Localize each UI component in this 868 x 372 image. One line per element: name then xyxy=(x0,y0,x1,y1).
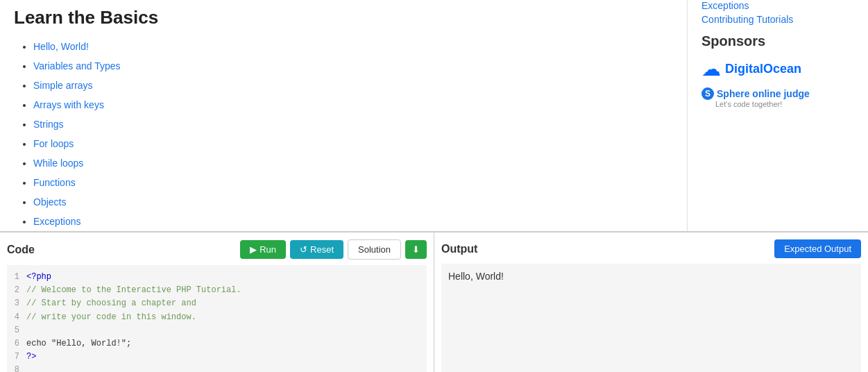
sphere-s-icon: S xyxy=(701,87,714,100)
sphere-label: Sphere online judge xyxy=(717,88,810,99)
code-panel-header: Code ▶ Run ↺ Reset Solution xyxy=(7,239,434,260)
nav-list: Hello, World! Variables and Types Simple… xyxy=(14,37,673,231)
toolbar-buttons: ▶ Run ↺ Reset Solution ⬇ xyxy=(240,239,427,260)
digitalocean-label: DigitalOcean xyxy=(725,62,801,76)
list-item: Strings xyxy=(33,115,673,134)
nav-link-exceptions[interactable]: Exceptions xyxy=(33,216,80,227)
play-icon: ▶ xyxy=(250,244,257,255)
output-area: Hello, World! xyxy=(441,264,861,372)
nav-link-objects[interactable]: Objects xyxy=(33,196,66,208)
list-item: For loops xyxy=(33,134,673,153)
expected-label: Expected Output xyxy=(784,244,851,254)
solution-label: Solution xyxy=(358,244,391,255)
list-item: While loops xyxy=(33,153,673,173)
list-item: Simple arrays xyxy=(33,76,673,95)
nav-link-arrays-keys[interactable]: Arrays with keys xyxy=(33,99,104,110)
code-title: Code xyxy=(7,244,35,256)
nav-link-while-loops[interactable]: While loops xyxy=(33,158,83,169)
solution-button[interactable]: Solution xyxy=(348,239,401,260)
output-panel-header: Output Expected Output xyxy=(441,239,868,258)
sponsors-title: Sponsors xyxy=(701,33,854,49)
nav-link-simple-arrays[interactable]: Simple arrays xyxy=(33,80,93,91)
expected-output-button[interactable]: Expected Output xyxy=(774,239,861,258)
refresh-icon: ↺ xyxy=(300,244,307,255)
list-item: Arrays with keys xyxy=(33,95,673,115)
output-panel: Output Expected Output Hello, World! Pow… xyxy=(434,232,868,372)
output-title: Output xyxy=(441,243,477,255)
cloud-icon: ☁ xyxy=(701,58,721,81)
nav-link-strings[interactable]: Strings xyxy=(33,119,64,130)
run-button[interactable]: ▶ Run xyxy=(240,240,286,259)
list-item: Objects xyxy=(33,192,673,212)
line-numbers: 1 2 3 4 5 6 7 8 xyxy=(12,271,26,372)
nav-link-for-loops[interactable]: For loops xyxy=(33,138,74,149)
list-item: Functions xyxy=(33,173,673,192)
page-title: Learn the Basics xyxy=(14,7,673,28)
download-button[interactable]: ⬇ xyxy=(405,240,427,259)
nav-link-functions[interactable]: Functions xyxy=(33,177,76,188)
code-content[interactable]: <?php // Welcome to the Interactive PHP … xyxy=(26,271,241,372)
sphere-sponsor[interactable]: S Sphere online judge Let's code togethe… xyxy=(701,87,854,108)
bottom-panel: Code ▶ Run ↺ Reset Solution xyxy=(0,231,868,372)
list-item: Variables and Types xyxy=(33,56,673,76)
nav-link-hello-world[interactable]: Hello, World! xyxy=(33,41,89,52)
sphere-sub-label: Let's code together! xyxy=(715,100,782,108)
output-text: Hello, World! xyxy=(448,271,504,282)
reset-button[interactable]: ↺ Reset xyxy=(290,240,343,259)
sidebar: Exceptions Contributing Tutorials Sponso… xyxy=(688,0,868,231)
list-item: Hello, World! xyxy=(33,37,673,56)
code-panel: Code ▶ Run ↺ Reset Solution xyxy=(0,232,434,372)
nav-link-variables[interactable]: Variables and Types xyxy=(33,60,121,71)
exceptions-link[interactable]: Exceptions xyxy=(701,0,854,11)
reset-label: Reset xyxy=(310,244,334,255)
code-area[interactable]: 1 2 3 4 5 6 7 8 <?php // Welcome to the … xyxy=(7,265,427,372)
download-icon: ⬇ xyxy=(412,244,420,255)
list-item: Exceptions xyxy=(33,212,673,231)
run-label: Run xyxy=(259,244,276,255)
contributing-tutorials-link[interactable]: Contributing Tutorials xyxy=(701,14,854,25)
digitalocean-sponsor[interactable]: ☁ DigitalOcean xyxy=(701,58,854,81)
